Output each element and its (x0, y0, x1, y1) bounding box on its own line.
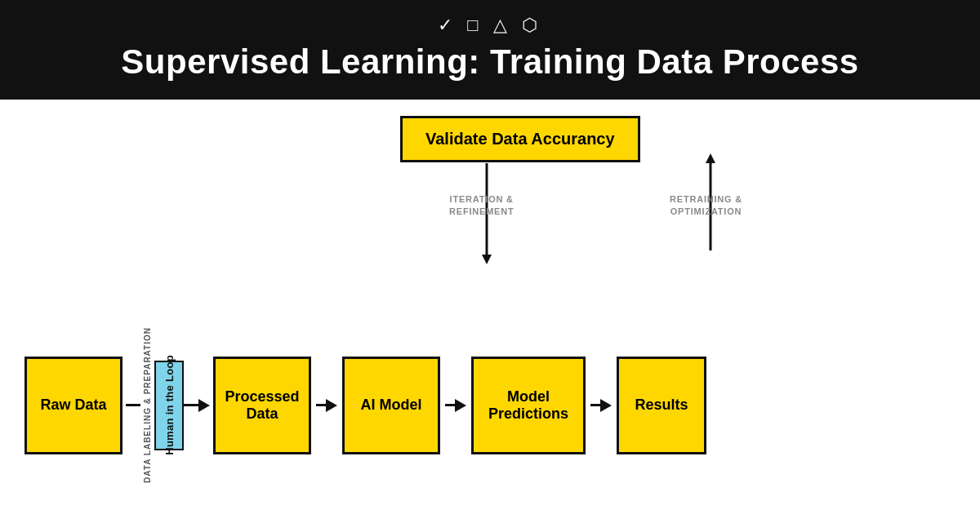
header: ✓ □ △ ⬡ Supervised Learning: Training Da… (0, 0, 980, 100)
arrow-3 (590, 399, 612, 412)
data-labeling-label: DATA LABELING & PREPARATION (143, 327, 152, 483)
ai-model-box: AI Model (342, 357, 440, 454)
model-predictions-box: Model Predictions (471, 357, 586, 454)
header-title: Supervised Learning: Training Data Proce… (16, 42, 964, 82)
human-in-loop-box: Human in the Loop (154, 361, 184, 450)
labeling-arrow-section: DATA LABELING & PREPARATION Human in the… (126, 327, 210, 483)
main-content: Validate Data Accurancy ITERATION & REFI… (0, 100, 980, 514)
svg-marker-3 (706, 153, 715, 163)
arrow-2 (445, 399, 466, 412)
retraining-label: RETRAINING & OPTIMIZATION (670, 193, 742, 219)
svg-marker-1 (482, 255, 492, 264)
human-in-loop-text: Human in the Loop (163, 355, 176, 455)
flow-row: Raw Data DATA LABELING & PREPARATION Hum… (24, 327, 956, 483)
processed-data-box: Processed Data (213, 357, 311, 454)
validate-box: Validate Data Accurancy (400, 116, 640, 162)
iteration-label: ITERATION & REFINEMENT (449, 193, 514, 219)
arrow-1 (316, 399, 337, 412)
validate-area: Validate Data Accurancy (400, 116, 640, 162)
raw-data-box: Raw Data (24, 357, 122, 454)
header-icons: ✓ □ △ ⬡ (16, 15, 964, 36)
results-box: Results (617, 357, 706, 454)
